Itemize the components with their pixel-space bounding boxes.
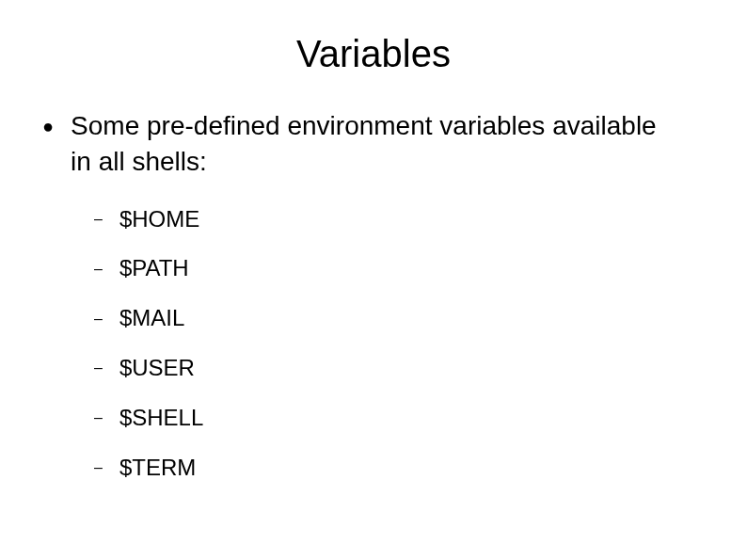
variable-name: $PATH bbox=[119, 255, 189, 282]
bullet-icon: ● bbox=[42, 117, 54, 136]
list-item: – $USER bbox=[94, 355, 709, 382]
dash-icon: – bbox=[94, 360, 103, 376]
dash-icon: – bbox=[94, 212, 103, 227]
variable-name: $USER bbox=[119, 355, 195, 382]
slide-title: Variables bbox=[38, 33, 709, 75]
list-item: – $PATH bbox=[94, 255, 709, 282]
list-item: – $TERM bbox=[94, 455, 709, 482]
dash-icon: – bbox=[94, 262, 103, 277]
variable-name: $TERM bbox=[119, 455, 196, 482]
dash-icon: – bbox=[94, 410, 103, 425]
list-item: – $SHELL bbox=[94, 405, 709, 432]
variable-name: $MAIL bbox=[119, 305, 184, 332]
sub-list: – $HOME – $PATH – $MAIL – $USER – $SHELL… bbox=[94, 206, 709, 482]
list-item: – $HOME bbox=[94, 206, 709, 233]
dash-icon: – bbox=[94, 460, 103, 475]
slide-container: Variables ● Some pre-defined environment… bbox=[0, 0, 747, 560]
dash-icon: – bbox=[94, 312, 103, 327]
variable-name: $SHELL bbox=[119, 405, 203, 432]
main-bullet-text: Some pre-defined environment variables a… bbox=[71, 108, 673, 180]
main-bullet-item: ● Some pre-defined environment variables… bbox=[42, 108, 709, 180]
variable-name: $HOME bbox=[119, 206, 199, 233]
list-item: – $MAIL bbox=[94, 305, 709, 332]
